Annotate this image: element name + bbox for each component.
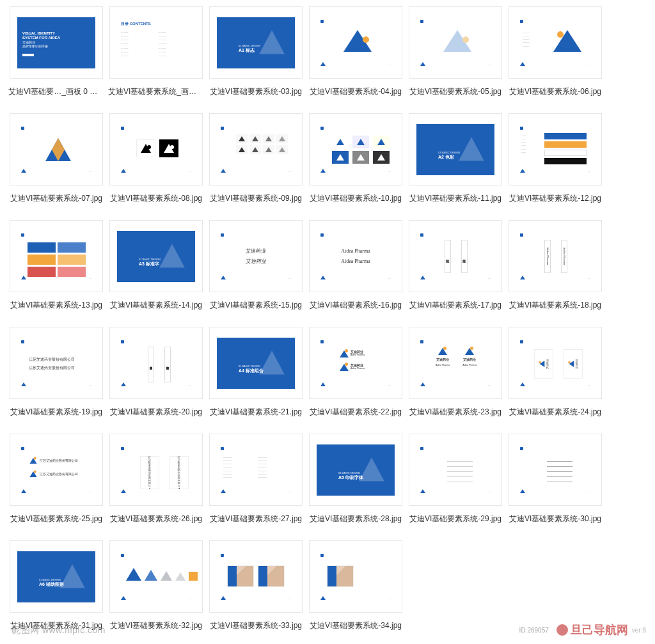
thumbnail-preview[interactable]: 01 BASIC DESIGNA1 标志	[209, 6, 303, 79]
thumbnail-item[interactable]: 艾迪药业Aidea Pharma艾迪药业Aidea Pharma—艾迪VI基础要…	[406, 327, 505, 418]
svg-marker-11	[239, 147, 245, 152]
svg-marker-0	[259, 30, 285, 54]
thumbnail-item[interactable]: —艾迪VI基础要素系统-07.jpg	[6, 113, 106, 204]
thumbnail-preview[interactable]: —	[309, 113, 402, 185]
thumbnail-preview[interactable]: Aidea PharmaAidea Pharma—	[309, 220, 402, 292]
svg-marker-12	[252, 147, 258, 152]
thumbnail-filename: 艾迪VI基础要素系统-10.jpg	[308, 193, 404, 204]
svg-marker-14	[279, 147, 285, 152]
thumbnail-item[interactable]: 艾迪药业艾迪药业—艾迪VI基础要素系统-24.jpg	[505, 327, 605, 418]
thumbnail-filename: 艾迪VI基础要素系统-17.jpg	[407, 300, 503, 311]
thumbnail-item[interactable]: 江苏艾迪药业股份有限公司江苏艾迪药业股份有限公司—艾迪VI基础要素系统-20.j…	[106, 327, 206, 418]
watermark-brand: 旦己导航网	[556, 622, 628, 638]
svg-marker-15	[336, 139, 344, 145]
svg-marker-21	[459, 137, 484, 161]
thumbnail-preview[interactable]: 江苏艾迪药业股份有限公司江苏艾迪药业股份有限公司—	[10, 434, 103, 506]
thumbnail-item[interactable]: —艾迪VI基础要素系统-33.jpg	[206, 540, 306, 631]
thumbnail-item[interactable]: —————————————艾迪VI基础要素系统-12.jpg	[505, 113, 605, 204]
thumbnail-item[interactable]: 江苏艾迪药业股份有限公司江苏艾迪药业股份有限公司—艾迪VI基础要素系统-25.j…	[6, 434, 106, 524]
thumbnail-grid: VISUAL IDENTITYSYSTEM FOR AIDEA艾迪药业品牌形象识…	[6, 6, 655, 631]
thumbnail-filename: 艾迪VI基础要素系统-14.jpg	[108, 300, 204, 311]
thumbnail-item[interactable]: 艾迪药业艾迪药业—艾迪VI基础要素系统-17.jpg	[406, 220, 505, 311]
thumbnail-preview[interactable]: 江苏艾迪药业股份有限公司江苏艾迪药业股份有限公司—	[10, 327, 103, 399]
thumbnail-item[interactable]: 01 BASIC DESIGNA2 色彩艾迪VI基础要素系统-11.jpg	[406, 113, 505, 204]
thumbnail-preview[interactable]: 01 BASIC DESIGNA5 印刷字体	[309, 434, 402, 506]
thumbnail-preview[interactable]: 艾迪药业Aidea Pharma艾迪药业Aidea Pharma—	[309, 327, 402, 399]
thumbnail-item[interactable]: ▲ 江苏艾迪药业股份有限公司▲ 江苏艾迪药业股份有限公司—艾迪VI基础要素系统-…	[106, 434, 206, 524]
svg-point-4	[147, 145, 151, 149]
thumbnail-filename: 艾迪VI基础要素系统-23.jpg	[407, 407, 503, 418]
thumbnail-item[interactable]: 艾迪药业艾迪药业—艾迪VI基础要素系统-15.jpg	[206, 220, 306, 311]
thumbnail-preview[interactable]: 01 BASIC DESIGNA6 辅助图形	[10, 540, 103, 613]
svg-marker-7	[239, 136, 245, 141]
thumbnail-item[interactable]: 江苏艾迪药业股份有限公司江苏艾迪药业股份有限公司—艾迪VI基础要素系统-19.j…	[6, 327, 106, 418]
thumbnail-preview[interactable]: Aidea PharmaAidea Pharma—	[509, 220, 602, 292]
thumbnail-preview[interactable]: VISUAL IDENTITYSYSTEM FOR AIDEA艾迪药业品牌形象识…	[10, 6, 103, 79]
thumbnail-item[interactable]: ————————————————————————————————————————…	[505, 434, 605, 524]
thumbnail-item[interactable]: —艾迪VI基础要素系统-09.jpg	[206, 113, 306, 204]
thumbnail-item[interactable]: ————————————————————————————————————————…	[406, 434, 505, 524]
thumbnail-filename: 艾迪VI基础要素系统-06.jpg	[507, 86, 603, 97]
thumbnail-preview[interactable]: 01 BASIC DESIGNA3 标准字	[109, 220, 203, 292]
thumbnail-filename: 艾迪VI基础要素系统-12.jpg	[507, 193, 603, 204]
thumbnail-item[interactable]: 目录 CONTENTS— ——— ——— ——— ——— ——— ——— ———…	[106, 6, 206, 97]
thumbnail-item[interactable]: 01 BASIC DESIGNA1 标志艾迪VI基础要素系统-03.jpg	[206, 6, 306, 97]
thumbnail-preview[interactable]: —	[10, 220, 103, 292]
thumbnail-preview[interactable]: 艾迪药业艾迪药业—	[209, 220, 303, 292]
thumbnail-item[interactable]: 01 BASIC DESIGNA3 标准字艾迪VI基础要素系统-14.jpg	[106, 220, 206, 311]
thumbnail-item[interactable]: —艾迪VI基础要素系统-04.jpg	[306, 6, 406, 97]
thumbnail-filename: 艾迪VI基础要素系统-19.jpg	[8, 407, 104, 418]
thumbnail-preview[interactable]: 艾迪药业艾迪药业—	[409, 220, 502, 292]
thumbnail-preview[interactable]: ————————————————————————————————————————…	[509, 434, 602, 506]
thumbnail-preview[interactable]: 目录 CONTENTS— ——— ——— ——— ——— ——— ——— ———…	[109, 6, 203, 79]
thumbnail-preview[interactable]: —	[109, 540, 203, 613]
thumbnail-filename: 艾迪VI基础要素系统-07.jpg	[8, 193, 104, 204]
watermark-right: ID:269057 旦己导航网 ver:8	[519, 622, 646, 638]
thumbnail-item[interactable]: —艾迪VI基础要素系统-34.jpg	[306, 540, 406, 631]
thumbnail-filename: 艾迪VI基础要素系统_画板 1.jpg	[108, 86, 204, 97]
thumbnail-preview[interactable]: —	[209, 540, 303, 613]
svg-marker-9	[265, 136, 272, 141]
thumbnail-preview[interactable]: —	[309, 540, 402, 613]
thumbnail-preview[interactable]: 艾迪药业艾迪药业—	[509, 327, 602, 399]
thumbnail-item[interactable]: —艾迪VI基础要素系统-08.jpg	[106, 113, 206, 204]
thumbnail-preview[interactable]: 艾迪药业Aidea Pharma艾迪药业Aidea Pharma—	[409, 327, 502, 399]
thumbnail-item[interactable]: VISUAL IDENTITYSYSTEM FOR AIDEA艾迪药业品牌形象识…	[6, 6, 106, 97]
thumbnail-preview[interactable]: —	[209, 113, 303, 185]
thumbnail-item[interactable]: ————————————————————————————————————————…	[206, 434, 306, 524]
thumbnail-preview[interactable]: ————————————————————————————————————————…	[209, 434, 303, 506]
svg-marker-13	[265, 147, 272, 152]
svg-marker-19	[357, 154, 365, 161]
thumbnail-preview[interactable]: —	[309, 6, 402, 79]
thumbnail-item[interactable]: —艾迪VI基础要素系统-10.jpg	[306, 113, 406, 204]
thumbnail-preview[interactable]: —	[10, 113, 103, 185]
thumbnail-preview[interactable]: 江苏艾迪药业股份有限公司江苏艾迪药业股份有限公司—	[109, 327, 203, 399]
thumbnail-preview[interactable]: —————————————	[509, 113, 602, 185]
svg-marker-20	[377, 154, 385, 161]
thumbnail-item[interactable]: —艾迪VI基础要素系统-05.jpg	[406, 6, 505, 97]
thumbnail-item[interactable]: Aidea PharmaAidea Pharma—艾迪VI基础要素系统-16.j…	[306, 220, 406, 311]
thumbnail-filename: 艾迪VI基础要素系统-33.jpg	[208, 620, 304, 631]
thumbnail-item[interactable]: 01 BASIC DESIGNA5 印刷字体艾迪VI基础要素系统-28.jpg	[306, 434, 406, 524]
thumbnail-filename: 艾迪VI基础要素系统-09.jpg	[208, 193, 304, 204]
thumbnail-preview[interactable]: ————————————————	[509, 6, 602, 79]
thumbnail-filename: 艾迪VI基础要素系统-18.jpg	[507, 300, 603, 311]
svg-marker-18	[336, 154, 344, 161]
thumbnail-preview[interactable]: 01 BASIC DESIGNA4 标准组合	[209, 327, 303, 399]
thumbnail-filename: 艾迪VI基础要素系统-21.jpg	[208, 407, 304, 418]
thumbnail-item[interactable]: Aidea PharmaAidea Pharma—艾迪VI基础要素系统-18.j…	[505, 220, 605, 311]
thumbnail-filename: 艾迪VI基础要素系统-04.jpg	[308, 86, 404, 97]
thumbnail-preview[interactable]: —	[409, 6, 502, 79]
thumbnail-item[interactable]: —艾迪VI基础要素系统-32.jpg	[106, 540, 206, 631]
thumbnail-item[interactable]: 01 BASIC DESIGNA6 辅助图形艾迪VI基础要素系统-31.jpg	[6, 540, 106, 631]
thumbnail-item[interactable]: ————————————————艾迪VI基础要素系统-06.jpg	[505, 6, 605, 97]
thumbnail-preview[interactable]: ▲ 江苏艾迪药业股份有限公司▲ 江苏艾迪药业股份有限公司—	[109, 434, 203, 506]
svg-marker-16	[357, 139, 365, 145]
thumbnail-filename: 艾迪VI基础要素系统-27.jpg	[208, 514, 304, 524]
thumbnail-item[interactable]: 01 BASIC DESIGNA4 标准组合艾迪VI基础要素系统-21.jpg	[206, 327, 306, 418]
thumbnail-item[interactable]: 艾迪药业Aidea Pharma艾迪药业Aidea Pharma—艾迪VI基础要…	[306, 327, 406, 418]
thumbnail-preview[interactable]: 01 BASIC DESIGNA2 色彩	[409, 113, 502, 185]
thumbnail-preview[interactable]: —	[109, 113, 203, 185]
thumbnail-item[interactable]: —艾迪VI基础要素系统-13.jpg	[6, 220, 106, 311]
thumbnail-preview[interactable]: ————————————————————————————————————————…	[409, 434, 502, 506]
